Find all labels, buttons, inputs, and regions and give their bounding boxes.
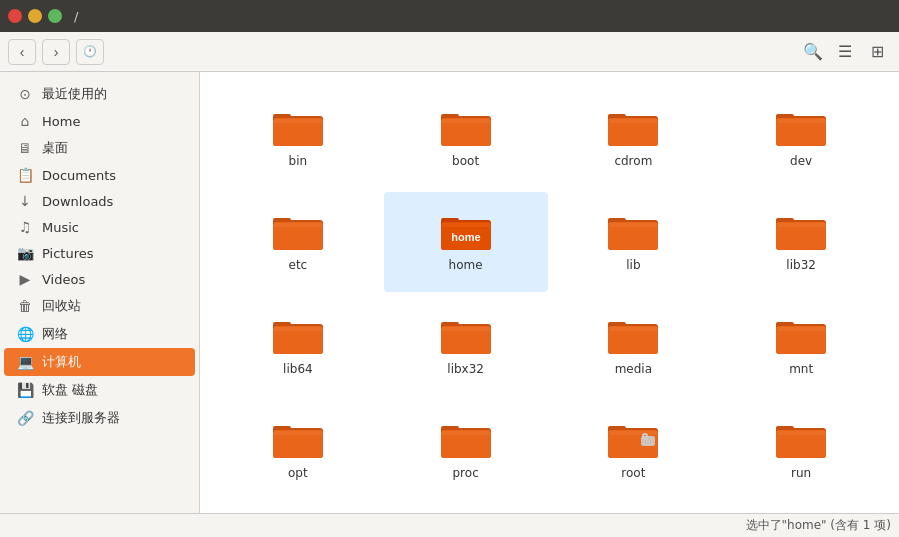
sidebar-label-connect: 连接到服务器 [42,409,120,427]
folder-icon-etc [272,212,324,254]
folder-icon-boot [440,108,492,150]
folder-icon-libx32 [440,316,492,358]
svg-rect-19 [274,223,322,227]
sidebar-label-desktop: 桌面 [42,139,68,157]
maximize-button[interactable] [48,9,62,23]
sidebar-item-recent[interactable]: ⊙ 最近使用的 [4,80,195,108]
toolbar-right: 🔍 ☰ ⊞ [799,39,891,65]
file-grid: bin boot cdrom dev [200,72,899,513]
recent-icon: ⊙ [16,86,34,102]
sidebar: ⊙ 最近使用的 ⌂ Home 🖥 桌面 📋 Documents ↓ Downlo… [0,72,200,513]
sidebar-item-network[interactable]: 🌐 网络 [4,320,195,348]
sidebar-label-network: 网络 [42,325,68,343]
folder-srv[interactable]: srv [552,504,716,513]
svg-rect-11 [609,119,657,123]
sidebar-label-videos: Videos [42,272,85,287]
folder-name-cdrom: cdrom [614,154,652,168]
folder-name-dev: dev [790,154,812,168]
svg-rect-52 [274,431,322,435]
downloads-icon: ↓ [16,193,34,209]
folder-icon-lib [607,212,659,254]
folder-lib64[interactable]: lib64 [216,296,380,396]
sidebar-item-downloads[interactable]: ↓ Downloads [4,188,195,214]
folder-name-lib32: lib32 [786,258,816,272]
network-icon: 🌐 [16,326,34,342]
folder-name-lib: lib [626,258,640,272]
folder-root[interactable]: root [552,400,716,500]
folder-lib[interactable]: lib [552,192,716,292]
sidebar-item-documents[interactable]: 📋 Documents [4,162,195,188]
sidebar-item-computer[interactable]: 💻 计算机 [4,348,195,376]
back-button[interactable]: ‹ [8,39,36,65]
svg-rect-32 [777,223,825,227]
folder-lib32[interactable]: lib32 [719,192,883,292]
sidebar-item-home[interactable]: ⌂ Home [4,108,195,134]
folder-icon-root [607,420,659,462]
sidebar-item-trash[interactable]: 🗑 回收站 [4,292,195,320]
folder-icon-opt [272,420,324,462]
connect-icon: 🔗 [16,410,34,426]
videos-icon: ▶ [16,271,34,287]
sidebar-item-desktop[interactable]: 🖥 桌面 [4,134,195,162]
titlebar: / [0,0,899,32]
sidebar-item-connect[interactable]: 🔗 连接到服务器 [4,404,195,432]
svg-rect-48 [777,327,825,331]
history-button[interactable]: 🕐 [76,39,104,65]
folder-media[interactable]: media [552,296,716,396]
folder-icon-cdrom [607,108,659,150]
folder-sys[interactable]: sys [719,504,883,513]
sidebar-label-music: Music [42,220,79,235]
close-button[interactable] [8,9,22,23]
sidebar-item-pictures[interactable]: 📷 Pictures [4,240,195,266]
grid-view-button[interactable]: ⊞ [863,39,891,65]
folder-proc[interactable]: proc [384,400,548,500]
window-controls [8,9,62,23]
sidebar-label-trash: 回收站 [42,297,81,315]
svg-text:home: home [451,231,480,243]
sidebar-item-videos[interactable]: ▶ Videos [4,266,195,292]
folder-name-media: media [615,362,652,376]
svg-rect-15 [777,119,825,123]
minimize-button[interactable] [28,9,42,23]
folder-mnt[interactable]: mnt [719,296,883,396]
computer-icon: 💻 [16,354,34,370]
statusbar: 选中了"home" (含有 1 项) [0,513,899,537]
folder-etc[interactable]: etc [216,192,380,292]
sidebar-item-floppy[interactable]: 💾 软盘 磁盘 [4,376,195,404]
folder-home[interactable]: home home [384,192,548,292]
svg-rect-60 [609,431,657,435]
sidebar-item-music[interactable]: ♫ Music [4,214,195,240]
sidebar-label-computer: 计算机 [42,353,81,371]
folder-icon-mnt [775,316,827,358]
main-layout: ⊙ 最近使用的 ⌂ Home 🖥 桌面 📋 Documents ↓ Downlo… [0,72,899,513]
folder-icon-lib64 [272,316,324,358]
sidebar-label-floppy: 软盘 磁盘 [42,381,98,399]
folder-boot[interactable]: boot [384,88,548,188]
desktop-icon: 🖥 [16,140,34,156]
folder-icon-home: home [440,212,492,254]
search-button[interactable]: 🔍 [799,39,827,65]
folder-icon-bin [272,108,324,150]
list-view-button[interactable]: ☰ [831,39,859,65]
folder-cdrom[interactable]: cdrom [552,88,716,188]
svg-rect-36 [274,327,322,331]
floppy-icon: 💾 [16,382,34,398]
toolbar: ‹ › 🕐 🔍 ☰ ⊞ [0,32,899,72]
folder-run[interactable]: run [719,400,883,500]
folder-opt[interactable]: opt [216,400,380,500]
folder-snap[interactable]: snap [384,504,548,513]
sidebar-label-documents: Documents [42,168,116,183]
folder-libx32[interactable]: libx32 [384,296,548,396]
folder-icon-media [607,316,659,358]
folder-sbin[interactable]: sbin [216,504,380,513]
documents-icon: 📋 [16,167,34,183]
folder-icon-run [775,420,827,462]
forward-button[interactable]: › [42,39,70,65]
folder-name-home: home [449,258,483,272]
folder-dev[interactable]: dev [719,88,883,188]
folder-icon-lib32 [775,212,827,254]
folder-bin[interactable]: bin [216,88,380,188]
sidebar-label-home: Home [42,114,80,129]
sidebar-label-downloads: Downloads [42,194,113,209]
sidebar-label-recent: 最近使用的 [42,85,107,103]
